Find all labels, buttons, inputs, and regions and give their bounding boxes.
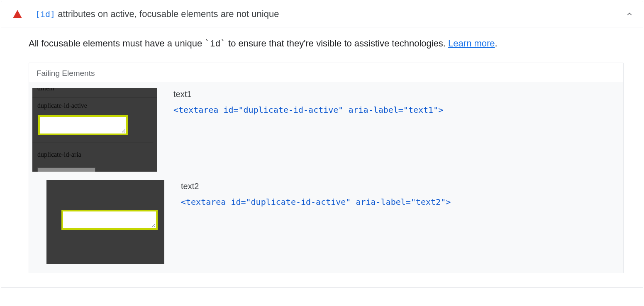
error-triangle-icon: [13, 10, 22, 18]
element-thumbnail: [46, 180, 164, 264]
highlight-box: [38, 115, 128, 135]
description-after: to ensure that they're visible to assist…: [226, 38, 448, 49]
audit-title-text: attributes on active, focusable elements…: [58, 9, 279, 19]
description-period: .: [495, 38, 498, 49]
failing-elements-heading: Failing Elements: [29, 63, 623, 82]
failing-elements-panel: Failing Elements dlitem duplicate-id-act…: [29, 63, 624, 273]
failing-element-row[interactable]: text2 <textarea id="duplicate-id-active"…: [29, 176, 623, 273]
learn-more-link[interactable]: Learn more: [448, 38, 495, 49]
failing-element-text: text1 <textarea id="duplicate-id-active"…: [173, 88, 614, 115]
audit-body: All focusable elements must have a uniqu…: [1, 27, 643, 287]
failing-element-snippet: <textarea id="duplicate-id-active" aria-…: [173, 105, 614, 115]
audit-title: [id] attributes on active, focusable ele…: [35, 9, 625, 19]
failing-element-label: text1: [173, 90, 614, 99]
description-code: `id`: [205, 39, 226, 49]
failing-element-text: text2 <textarea id="duplicate-id-active"…: [181, 180, 614, 207]
audit-panel: [id] attributes on active, focusable ele…: [1, 1, 643, 288]
description-before: All focusable elements must have a uniqu…: [29, 38, 205, 49]
audit-description: All focusable elements must have a uniqu…: [29, 37, 624, 50]
failing-elements-body: dlitem duplicate-id-active duplicate-id-…: [29, 82, 623, 273]
failing-element-snippet: <textarea id="duplicate-id-active" aria-…: [181, 197, 614, 207]
failing-element-label: text2: [181, 182, 614, 191]
audit-header[interactable]: [id] attributes on active, focusable ele…: [1, 1, 643, 27]
element-thumbnail: dlitem duplicate-id-active duplicate-id-…: [32, 88, 157, 172]
chevron-up-icon: [625, 10, 634, 18]
failing-element-row[interactable]: dlitem duplicate-id-active duplicate-id-…: [29, 82, 623, 176]
audit-title-code: [id]: [35, 9, 55, 19]
highlight-box: [61, 210, 158, 230]
